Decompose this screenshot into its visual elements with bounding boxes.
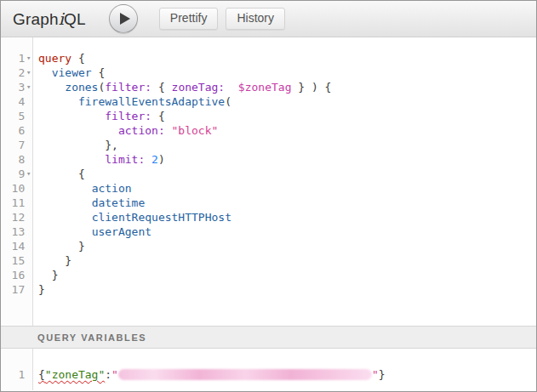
- logo-text-pre: Graph: [13, 10, 59, 28]
- json-open-brace: {: [38, 368, 45, 381]
- fold-spacer: [25, 268, 32, 282]
- query-editor[interactable]: 1▾2▾3▾456789▾1011121314151617 query { vi…: [1, 37, 536, 326]
- json-value-open-quote: ": [111, 368, 118, 381]
- fold-arrow-icon[interactable]: ▾: [25, 80, 32, 94]
- fold-spacer: [25, 181, 32, 196]
- variables-json-line: {"zoneTag":""}: [38, 367, 536, 382]
- line-number: 4: [1, 94, 25, 109]
- line-number: 1: [1, 367, 25, 382]
- json-key-zonetag: "zoneTag": [45, 368, 105, 381]
- history-button[interactable]: History: [226, 8, 285, 30]
- fold-spacer: [25, 138, 32, 152]
- line-number: 11: [1, 196, 25, 210]
- prettify-button[interactable]: Prettify: [159, 8, 219, 30]
- json-close-brace: }: [379, 368, 386, 381]
- fold-arrow-icon[interactable]: ▾: [25, 167, 32, 181]
- fold-spacer: [25, 253, 32, 268]
- line-number: 16: [1, 268, 25, 282]
- code-line: }: [38, 253, 536, 268]
- variables-editor-gutter: 1: [1, 349, 33, 390]
- fold-spacer: [25, 239, 32, 253]
- execute-query-button[interactable]: [109, 4, 138, 33]
- code-line: }: [38, 268, 536, 282]
- line-number: 12: [1, 210, 25, 224]
- line-number: 1: [1, 51, 25, 65]
- fold-spacer: [25, 152, 32, 167]
- code-line: firewallEventsAdaptive(: [38, 94, 536, 109]
- line-number: 17: [1, 282, 25, 297]
- code-line: },: [38, 138, 536, 152]
- line-number: 7: [1, 138, 25, 152]
- line-number: 14: [1, 239, 25, 253]
- fold-spacer: [25, 123, 32, 138]
- toolbar: GraphiQL Prettify History: [1, 1, 536, 37]
- code-line: clientRequestHTTPHost: [38, 210, 536, 224]
- lint-error-squiggle: {"zoneTag": [38, 368, 105, 381]
- code-line: filter: {: [38, 109, 536, 123]
- code-line: }: [38, 282, 536, 297]
- logo-text-post: QL: [64, 10, 86, 28]
- fold-spacer: [25, 94, 32, 109]
- code-line: datetime: [38, 196, 536, 210]
- fold-arrow-icon[interactable]: ▾: [25, 51, 32, 65]
- code-line: action: [38, 181, 536, 196]
- code-line: zones(filter: { zoneTag: $zoneTag } ) {: [38, 80, 536, 94]
- play-icon: [120, 13, 130, 25]
- code-line: action: "block": [38, 123, 536, 138]
- code-line: userAgent: [38, 224, 536, 239]
- line-number: 6: [1, 123, 25, 138]
- line-number: 2: [1, 65, 25, 80]
- json-value-close-quote: ": [372, 368, 379, 381]
- line-number: 15: [1, 253, 25, 268]
- graphiql-app: GraphiQL Prettify History 1▾2▾3▾456789▾1…: [0, 0, 537, 392]
- line-number: 10: [1, 181, 25, 196]
- fold-spacer: [25, 367, 32, 382]
- variables-editor[interactable]: 1 {"zoneTag":""}: [1, 349, 536, 390]
- query-editor-lines[interactable]: query { viewer { zones(filter: { zoneTag…: [33, 37, 536, 326]
- fold-spacer: [25, 210, 32, 224]
- query-editor-gutter: 1▾2▾3▾456789▾1011121314151617: [1, 37, 33, 326]
- line-number: 9: [1, 167, 25, 181]
- json-colon: :: [105, 368, 111, 381]
- code-line: limit: 2): [38, 152, 536, 167]
- fold-spacer: [25, 224, 32, 239]
- code-line: {: [38, 167, 536, 181]
- code-line: }: [38, 239, 536, 253]
- query-variables-header[interactable]: QUERY VARIABLES: [1, 326, 536, 349]
- fold-spacer: [25, 196, 32, 210]
- line-number: 8: [1, 152, 25, 167]
- variables-editor-line[interactable]: {"zoneTag":""}: [33, 349, 536, 390]
- line-number: 13: [1, 224, 25, 239]
- redacted-zone-tag-value: [118, 369, 372, 380]
- graphiql-logo: GraphiQL: [13, 9, 86, 29]
- fold-spacer: [25, 109, 32, 123]
- code-line: viewer {: [38, 65, 536, 80]
- fold-arrow-icon[interactable]: ▾: [25, 65, 32, 80]
- query-variables-title: QUERY VARIABLES: [37, 332, 146, 343]
- code-line: query {: [38, 51, 536, 65]
- line-number: 5: [1, 109, 25, 123]
- line-number: 3: [1, 80, 25, 94]
- fold-spacer: [25, 282, 32, 297]
